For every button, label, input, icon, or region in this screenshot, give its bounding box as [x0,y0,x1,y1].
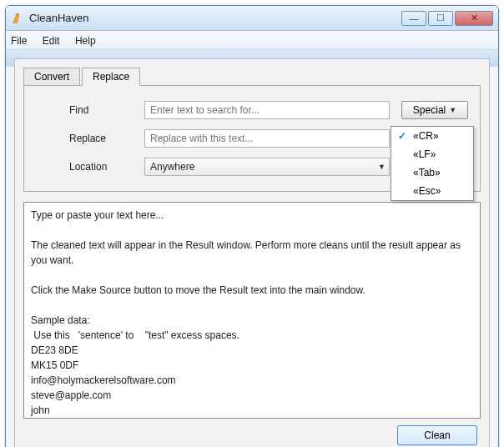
dropdown-item-tab[interactable]: «Tab» [391,163,473,182]
window-controls: — ☐ ✕ [401,11,493,26]
minimize-button[interactable]: — [401,11,426,26]
menu-help[interactable]: Help [75,35,96,47]
menubar: File Edit Help [6,31,498,50]
special-dropdown: «CR» «LF» «Tab» «Esc» [391,126,474,201]
find-special-button[interactable]: Special▼ [401,101,468,119]
close-button[interactable]: ✕ [455,11,493,26]
location-select[interactable]: Anywhere▼ [144,158,390,176]
maximize-button[interactable]: ☐ [428,11,453,26]
tab-convert[interactable]: Convert [23,68,80,86]
app-icon [11,12,24,25]
titlebar: CleanHaven — ☐ ✕ [6,6,498,31]
bottom-bar: Clean [23,419,481,447]
tab-strip: Convert Replace [23,68,481,86]
source-textarea[interactable]: Type or paste your text here... The clea… [23,202,481,419]
client-area: Convert Replace Find Special▼ Replace Sp… [6,50,498,447]
dropdown-item-cr[interactable]: «CR» [391,127,473,145]
clean-button[interactable]: Clean [397,425,477,445]
find-input[interactable] [144,101,390,119]
main-panel: Convert Replace Find Special▼ Replace Sp… [14,58,490,447]
location-label: Location [69,161,144,173]
menu-edit[interactable]: Edit [43,35,60,47]
replace-label: Replace [69,133,144,144]
dropdown-item-esc[interactable]: «Esc» [391,182,473,200]
dropdown-item-lf[interactable]: «LF» [391,145,473,163]
app-window: CleanHaven — ☐ ✕ File Edit Help Convert … [5,5,499,447]
menu-file[interactable]: File [11,35,27,47]
window-title: CleanHaven [29,12,401,24]
tab-replace[interactable]: Replace [82,68,140,86]
find-label: Find [69,104,144,116]
replace-input[interactable] [144,129,390,148]
chevron-down-icon: ▼ [449,106,456,114]
chevron-down-icon: ▼ [378,163,386,171]
